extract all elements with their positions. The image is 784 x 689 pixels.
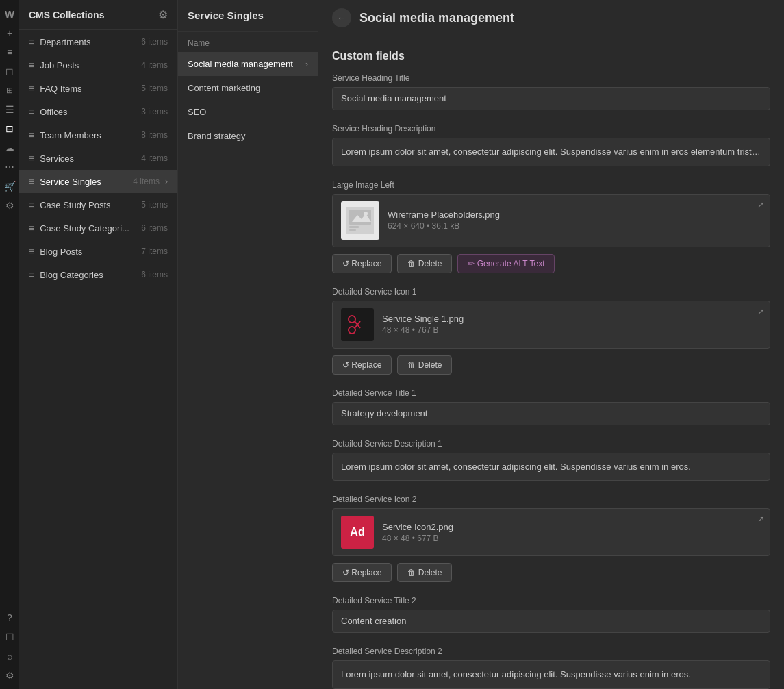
field-icon2: Detailed Service Icon 2 Ad Service Icon2… <box>332 494 770 582</box>
icon-bar: W + ≡ ◻ ⊞ ☰ ⊟ ☁ ⋯ 🛒 ⚙ ? ☐ ⌕ ⚙ <box>0 0 19 689</box>
back-button[interactable]: ← <box>332 8 351 27</box>
collection-icon: ≡ <box>29 106 34 117</box>
cms-item-service-singles[interactable]: ≡ Service Singles 4 items › <box>19 170 177 193</box>
field-desc2: Detailed Service Description 2 Lorem ips… <box>332 647 770 689</box>
replace-button[interactable]: ↺ Replace <box>332 355 392 375</box>
field-value[interactable]: Social media management <box>332 87 770 110</box>
cms-header: CMS Collections ⚙ <box>19 0 177 30</box>
field-value[interactable]: Lorem ipsum dolor sit amet, consectetur … <box>332 660 770 689</box>
delete-button[interactable]: 🗑 Delete <box>397 254 452 273</box>
main-scroll: Custom fields Service Heading Title Soci… <box>318 36 784 689</box>
cms-item-services[interactable]: ≡ Services 4 items <box>19 147 177 170</box>
delete-button[interactable]: 🗑 Delete <box>397 563 452 582</box>
field-service-heading-title: Service Heading Title Social media manag… <box>332 73 770 110</box>
cms-item-offices[interactable]: ≡ Offices 3 items <box>19 100 177 123</box>
record-icon[interactable]: ☐ <box>1 629 18 645</box>
add-icon[interactable]: + <box>1 25 18 41</box>
cms-item-departments[interactable]: ≡ Departments 6 items <box>19 30 177 53</box>
pages-icon[interactable]: ◻ <box>1 63 18 79</box>
replace-button[interactable]: ↺ Replace <box>332 563 392 582</box>
field-value[interactable]: Strategy development <box>332 402 770 425</box>
collection-icon: ≡ <box>29 246 34 257</box>
icon2-button-row: ↺ Replace 🗑 Delete <box>332 563 770 582</box>
logo-icon: W <box>1 5 18 22</box>
replace-button[interactable]: ↺ Replace <box>332 254 392 273</box>
cloud-icon[interactable]: ☁ <box>1 140 18 156</box>
field-value[interactable]: Content creation <box>332 610 770 633</box>
field-label: Detailed Service Description 1 <box>332 439 770 449</box>
cms-item-case-study-posts[interactable]: ≡ Case Study Posts 5 items <box>19 193 177 216</box>
list-icon[interactable]: ☰ <box>1 101 18 118</box>
cms-item-team-members[interactable]: ≡ Team Members 8 items <box>19 123 177 147</box>
cms-settings-icon[interactable]: ⚙ <box>158 8 168 21</box>
collection-icon: ≡ <box>29 269 34 280</box>
cms-item-blog-categories[interactable]: ≡ Blog Categories 6 items <box>19 263 177 286</box>
settings-icon[interactable]: ⚙ <box>1 667 18 684</box>
field-title1: Detailed Service Title 1 Strategy develo… <box>332 388 770 425</box>
field-title2: Detailed Service Title 2 Content creatio… <box>332 596 770 633</box>
image-thumb-icon1 <box>341 308 374 341</box>
field-label: Detailed Service Description 2 <box>332 647 770 656</box>
field-large-image: Large Image Left Wireframe Placeholders.… <box>332 180 770 273</box>
search-icon[interactable]: ⌕ <box>1 648 18 664</box>
mid-column-label: Name <box>178 32 318 52</box>
mid-panel-title: Service Singles <box>188 10 308 21</box>
external-link-icon[interactable]: ↗ <box>757 307 764 316</box>
cms-item-job-posts[interactable]: ≡ Job Posts 4 items <box>19 53 177 77</box>
menu-icon[interactable]: ≡ <box>1 44 18 60</box>
users-icon[interactable]: ⋯ <box>1 159 18 175</box>
image-info: Service Single 1.png 48 × 48 • 767 B <box>382 314 761 335</box>
image-meta: 624 × 640 • 36.1 kB <box>388 221 761 231</box>
main-title: Social media management <box>359 11 514 25</box>
cms-item-blog-posts[interactable]: ≡ Blog Posts 7 items <box>19 240 177 263</box>
collection-icon: ≡ <box>29 176 34 187</box>
collection-icon: ≡ <box>29 129 34 140</box>
external-link-icon[interactable]: ↗ <box>757 514 764 524</box>
ecom-icon[interactable]: 🛒 <box>1 178 18 195</box>
field-icon1: Detailed Service Icon 1 Service Single 1… <box>332 287 770 375</box>
cms-item-case-study-categories[interactable]: ≡ Case Study Categori... 6 items <box>19 216 177 240</box>
mid-item-brand-strategy[interactable]: Brand strategy <box>178 124 318 148</box>
section-title: Custom fields <box>332 50 770 62</box>
image-filename: Wireframe Placeholders.png <box>388 210 761 220</box>
cms-icon[interactable]: ⊟ <box>1 121 18 137</box>
mid-item-social-media[interactable]: Social media management › <box>178 52 318 76</box>
cms-sidebar: CMS Collections ⚙ ≡ Departments 6 items … <box>19 0 178 689</box>
help-icon[interactable]: ? <box>1 610 18 626</box>
chevron-right-icon: › <box>165 177 168 186</box>
cms-item-faq-items[interactable]: ≡ FAQ Items 5 items <box>19 77 177 100</box>
image-thumb-wireframe <box>341 201 379 240</box>
field-value[interactable]: Lorem ipsum dolor sit amet, consectetur … <box>332 453 770 481</box>
chevron-right-icon: › <box>305 60 308 69</box>
main-content: ← Social media management Custom fields … <box>318 0 784 689</box>
mid-item-seo[interactable]: SEO <box>178 100 318 124</box>
svg-rect-3 <box>349 229 356 231</box>
external-link-icon[interactable]: ↗ <box>757 200 764 210</box>
grid-icon[interactable]: ⊞ <box>1 82 18 99</box>
collection-icon: ≡ <box>29 199 34 210</box>
image-filename: Service Icon2.png <box>382 522 761 532</box>
image-filename: Service Single 1.png <box>382 314 761 324</box>
image-meta: 48 × 48 • 677 B <box>382 534 761 543</box>
field-desc1: Detailed Service Description 1 Lorem ips… <box>332 439 770 481</box>
apps-icon[interactable]: ⚙ <box>1 197 18 214</box>
field-label: Detailed Service Icon 2 <box>332 494 770 504</box>
collection-icon: ≡ <box>29 83 34 94</box>
collection-icon: ≡ <box>29 153 34 164</box>
image-info: Service Icon2.png 48 × 48 • 677 B <box>382 522 761 543</box>
image-button-row: ↺ Replace 🗑 Delete ✏ Generate ALT Text <box>332 254 770 273</box>
mid-panel-header: Service Singles <box>178 0 318 32</box>
delete-button[interactable]: 🗑 Delete <box>397 355 452 375</box>
svg-rect-2 <box>349 226 359 228</box>
collection-icon: ≡ <box>29 36 34 47</box>
field-label: Large Image Left <box>332 180 770 190</box>
image-card-large: Wireframe Placeholders.png 624 × 640 • 3… <box>332 194 770 247</box>
field-service-heading-desc: Service Heading Description Lorem ipsum … <box>332 124 770 166</box>
main-header: ← Social media management <box>318 0 784 36</box>
field-value[interactable]: Lorem ipsum dolor sit amet, consectetur … <box>332 138 770 166</box>
cms-title: CMS Collections <box>29 10 104 21</box>
mid-item-content-marketing[interactable]: Content marketing <box>178 76 318 100</box>
generate-alt-button[interactable]: ✏ Generate ALT Text <box>457 254 555 273</box>
svg-point-5 <box>364 212 368 216</box>
field-label: Detailed Service Title 1 <box>332 388 770 398</box>
